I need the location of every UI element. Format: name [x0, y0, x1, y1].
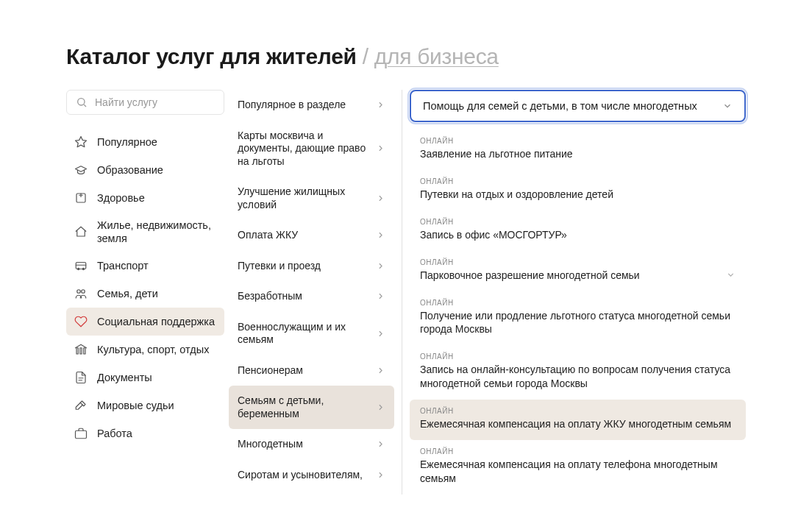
chevron-right-icon: [376, 366, 385, 375]
service-badge: ОНЛАЙН: [420, 407, 736, 415]
service-item[interactable]: ОНЛАЙНЕжемесячная компенсация на оплату …: [410, 440, 746, 495]
subcategory-item[interactable]: Безработным: [229, 281, 394, 312]
page-title: Каталог услуг для жителей / для бизнеса: [66, 44, 746, 69]
culture-icon: [74, 342, 88, 357]
home-icon: [74, 224, 88, 239]
service-item[interactable]: ОНЛАЙНЗапись в офис «МОСГОРТУР»: [410, 210, 746, 251]
doc-icon: [74, 370, 88, 385]
service-item[interactable]: ОНЛАЙНПарковочное разрешение многодетной…: [410, 251, 746, 291]
title-separator: /: [363, 44, 374, 68]
subcategory-label: Карты москвича и документы, дающие право…: [238, 130, 368, 169]
service-item[interactable]: ОНЛАЙНЗапись на онлайн-консультацию по в…: [410, 345, 746, 400]
category-item[interactable]: Мировые судьи: [66, 391, 224, 419]
dropdown-selected-label: Помощь для семей с детьми, в том числе м…: [423, 100, 697, 112]
chevron-right-icon: [376, 291, 385, 301]
category-list: ПопулярноеОбразованиеЗдоровьеЖилье, недв…: [66, 128, 224, 447]
category-item[interactable]: Работа: [66, 419, 224, 447]
subcategory-item[interactable]: Сиротам и усыновителям,: [229, 460, 394, 491]
subcategory-item[interactable]: Карты москвича и документы, дающие право…: [229, 121, 394, 177]
category-label: Семья, дети: [97, 287, 158, 300]
catalog-columns: ПопулярноеОбразованиеЗдоровьеЖилье, недв…: [66, 90, 746, 495]
category-label: Документы: [97, 371, 152, 384]
category-item[interactable]: Культура, спорт, отдых: [66, 336, 224, 364]
svg-point-0: [78, 99, 85, 105]
search-icon: [76, 96, 88, 108]
subcategory-item[interactable]: Путевки и проезд: [229, 251, 394, 282]
service-item[interactable]: ОНЛАЙНПолучение или продление льготного …: [410, 291, 746, 346]
search-input[interactable]: [95, 96, 215, 108]
services-column: Помощь для семей с детьми, в том числе м…: [410, 90, 746, 495]
category-label: Мировые судьи: [97, 399, 174, 412]
service-badge: ОНЛАЙН: [420, 258, 736, 266]
svg-rect-12: [84, 348, 85, 354]
chevron-right-icon: [376, 143, 385, 153]
service-title: Парковочное разрешение многодетной семьи: [420, 269, 719, 283]
category-item[interactable]: Социальная поддержка: [66, 308, 224, 336]
subcategories-column: Популярное в разделеКарты москвича и док…: [229, 90, 394, 495]
service-row: Получение или продление льготного статус…: [420, 309, 736, 337]
service-title: Получение или продление льготного статус…: [420, 309, 736, 337]
category-label: Культура, спорт, отдых: [97, 343, 209, 356]
svg-point-9: [82, 290, 85, 294]
service-row: Путевки на отдых и оздоровление детей: [420, 188, 736, 202]
search-field-wrap[interactable]: [66, 90, 224, 115]
subcategory-label: Семьям с детьми, беременным: [238, 394, 368, 420]
service-title: Заявление на льготное питание: [420, 147, 736, 161]
subcategory-item[interactable]: Семьям с детьми, беременным: [229, 386, 394, 429]
category-label: Транспорт: [97, 259, 149, 272]
category-item[interactable]: Здоровье: [66, 184, 224, 212]
title-inactive-tab[interactable]: для бизнеса: [374, 44, 499, 68]
subcategory-label: Пенсионерам: [238, 364, 368, 378]
service-title: Путевки на отдых и оздоровление детей: [420, 188, 736, 202]
category-item[interactable]: Семья, дети: [66, 280, 224, 308]
hammer-icon: [74, 398, 88, 413]
category-label: Популярное: [97, 135, 157, 149]
chevron-down-icon: [722, 101, 733, 111]
category-item[interactable]: Образование: [66, 156, 224, 184]
title-prefix: Каталог услуг: [66, 44, 214, 68]
service-row: Парковочное разрешение многодетной семьи: [420, 269, 736, 283]
subcategory-label: Оплата ЖКУ: [238, 229, 368, 242]
star-icon: [74, 135, 88, 149]
category-item[interactable]: Транспорт: [66, 252, 224, 280]
services-list: ОНЛАЙНЗаявление на льготное питаниеОНЛАЙ…: [410, 130, 746, 495]
subcategory-item[interactable]: Популярное в разделе: [229, 90, 394, 121]
category-item[interactable]: Жилье, недвижимость, земля: [66, 212, 224, 252]
subcategory-item[interactable]: Пенсионерам: [229, 355, 394, 386]
chevron-right-icon: [376, 470, 385, 480]
svg-rect-15: [76, 431, 87, 439]
subcategory-item[interactable]: Улучшение жилищных условий: [229, 177, 394, 220]
service-badge: ОНЛАЙН: [420, 299, 736, 307]
heart-icon: [74, 314, 88, 329]
subcategory-list: Популярное в разделеКарты москвича и док…: [229, 90, 394, 490]
category-item[interactable]: Документы: [66, 364, 224, 391]
subcategory-item[interactable]: Военнослужащим и их семьям: [229, 312, 394, 355]
svg-rect-4: [76, 263, 86, 269]
service-row: Заявление на льготное питание: [420, 147, 736, 161]
subcategory-label: Улучшение жилищных условий: [238, 185, 368, 211]
chevron-right-icon: [376, 100, 385, 110]
service-title: Ежемесячная компенсация на оплату ЖКУ мн…: [420, 417, 736, 431]
service-row: Ежемесячная компенсация на оплату телефо…: [420, 458, 736, 486]
service-item[interactable]: ОНЛАЙНПутевки на отдых и оздоровление де…: [410, 170, 746, 210]
subcategory-item[interactable]: Оплата ЖКУ: [229, 220, 394, 251]
service-item[interactable]: ОНЛАЙНЗаявление на льготное питание: [410, 130, 746, 170]
service-row: Запись в офис «МОСГОРТУР»: [420, 228, 736, 242]
category-item[interactable]: Популярное: [66, 128, 224, 156]
svg-line-1: [84, 104, 86, 107]
subcategory-item[interactable]: Многодетным: [229, 429, 394, 460]
service-item[interactable]: ОНЛАЙНЕжемесячная компенсация на оплату …: [410, 400, 746, 440]
services-filter-dropdown[interactable]: Помощь для семей с детьми, в том числе м…: [410, 90, 746, 122]
category-label: Здоровье: [97, 191, 145, 205]
service-row: Запись на онлайн-консультацию по вопроса…: [420, 363, 736, 391]
service-title: Запись на онлайн-консультацию по вопроса…: [420, 363, 736, 391]
service-badge: ОНЛАЙН: [420, 352, 736, 361]
title-active-tab: для жителей: [220, 44, 357, 68]
service-badge: ОНЛАЙН: [420, 177, 736, 185]
subcategory-label: Многодетным: [238, 438, 368, 451]
service-badge: ОНЛАЙН: [420, 447, 736, 456]
category-label: Образование: [97, 163, 163, 177]
category-label: Жилье, недвижимость, земля: [97, 219, 217, 245]
subcategory-label: Путевки и проезд: [238, 260, 368, 273]
subcategory-label: Безработным: [238, 290, 368, 303]
